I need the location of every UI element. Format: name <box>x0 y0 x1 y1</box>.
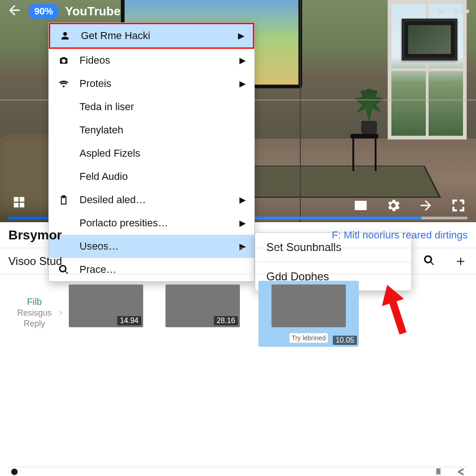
menu-item-teda[interactable]: Teda in liser <box>49 95 254 119</box>
menu-item-proteis[interactable]: Proteis ▶ <box>49 72 254 95</box>
chevron-right-icon: ▶ <box>239 55 246 66</box>
thumbnail-selected[interactable]: 10.05 Try lebrined <box>258 281 359 347</box>
toolbar: Visoo Stud ＋ <box>0 248 476 274</box>
toolbar-add-button[interactable]: ＋ <box>454 251 468 271</box>
search-icon <box>423 254 435 266</box>
menu-item-label: Desiled aled… <box>79 194 146 206</box>
plus-icon: ＋ <box>454 253 468 268</box>
fullscreen-icon <box>450 198 466 213</box>
bookmark-icon[interactable] <box>434 468 443 476</box>
side-label-resisgus: Resisgus <box>17 308 52 318</box>
thumbnail-tag: Try lebrined <box>289 333 328 343</box>
plant <box>353 83 385 134</box>
section-right-link[interactable]: F: Mitl nooriurs reared dirtings <box>332 229 468 241</box>
menu-item-desiled[interactable]: Desiled aled… ▶ <box>49 188 254 212</box>
menu-item-aspled[interactable]: Aspled Fizels <box>49 142 254 165</box>
back-button[interactable] <box>7 2 22 20</box>
section-title: Brsymor <box>8 228 62 243</box>
gear-icon <box>385 198 401 213</box>
menu-item-label: Aspled Fizels <box>79 147 140 159</box>
thumbnail[interactable]: 28.16 <box>165 284 240 327</box>
thumbnail[interactable]: 14.94 <box>69 284 143 327</box>
wifi-icon <box>57 78 70 89</box>
status-bar <box>8 467 468 476</box>
chevron-right-icon: ▶ <box>239 195 246 205</box>
chevron-right-icon: ▶ <box>238 31 245 41</box>
speaker-muted-icon <box>437 6 447 16</box>
gallery: Filb Resisgus Reply › 14.94 28.16 10.05 … <box>0 278 476 467</box>
ellipsis-icon: ••• <box>454 4 471 19</box>
mute-button[interactable] <box>435 4 449 18</box>
next-button[interactable] <box>417 197 434 214</box>
menu-item-label: Feld Audio <box>79 171 128 183</box>
toolbar-left-label[interactable]: Visoo Stud <box>8 255 62 268</box>
toolbar-search-button[interactable] <box>423 254 435 268</box>
video-controls <box>352 197 467 214</box>
forward-arrow-icon <box>418 198 434 213</box>
menu-item-fideos[interactable]: Fideos ▶ <box>49 49 254 72</box>
gallery-side-labels[interactable]: Filb Resisgus Reply › <box>9 284 60 460</box>
thumbnail-duration: 10.05 <box>333 336 357 345</box>
menu-item-label: Tenylateh <box>79 124 123 136</box>
menu-item-feld-audio[interactable]: Feld Audio <box>49 165 254 188</box>
share-icon[interactable] <box>456 468 465 476</box>
thumbnail-duration: 14.94 <box>117 316 141 325</box>
fullscreen-button[interactable] <box>450 197 467 214</box>
person-icon <box>59 30 72 41</box>
side-label-filb: Filb <box>27 297 42 307</box>
stool <box>350 134 378 171</box>
more-button[interactable]: ••• <box>456 4 469 18</box>
thumbnails-row: 14.94 28.16 10.05 Try lebrined <box>69 284 355 460</box>
settings-button[interactable] <box>385 197 402 214</box>
captions-icon <box>353 198 369 213</box>
app-title: YouTrube <box>65 4 121 19</box>
menu-item-label: Teda in liser <box>79 101 134 113</box>
back-arrow-icon <box>7 2 22 18</box>
chevron-right-icon: ▶ <box>239 79 246 89</box>
side-label-reply: Reply <box>24 319 45 329</box>
zoom-badge[interactable]: 90% <box>29 4 59 19</box>
menu-item-tenylateh[interactable]: Tenylateh <box>49 119 254 142</box>
layout-grid-button[interactable] <box>12 195 28 211</box>
menu-item-get-rme-hacki[interactable]: Get Rme Hacki ▶ <box>49 23 254 49</box>
thumbnail-image <box>271 284 346 327</box>
menu-item-label: Fideos <box>79 54 110 66</box>
menu-item-label: Proteis <box>79 78 111 90</box>
grid-icon <box>12 195 26 209</box>
picture-frame <box>402 19 457 60</box>
clipboard-icon <box>57 194 70 205</box>
chevron-right-icon: › <box>59 307 62 317</box>
status-dot-icon <box>11 469 18 475</box>
section-header: Brsymor F: Mitl nooriurs reared dirtings <box>0 222 476 248</box>
captions-button[interactable] <box>352 197 369 214</box>
menu-item-label: Get Rme Hacki <box>81 30 150 42</box>
camera-icon <box>57 55 70 66</box>
top-bar: 90% YouTrube ••• <box>0 0 476 22</box>
thumbnail-duration: 28.16 <box>214 316 238 325</box>
